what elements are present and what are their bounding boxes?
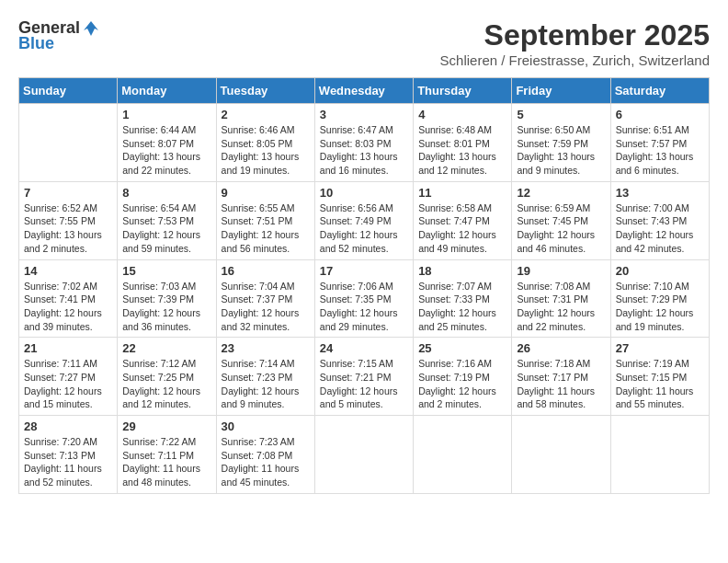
calendar-week-row: 7Sunrise: 6:52 AM Sunset: 7:55 PM Daylig… <box>19 181 710 259</box>
table-row <box>610 416 709 494</box>
table-row <box>314 416 413 494</box>
day-number: 21 <box>24 341 112 355</box>
logo-blue-text: Blue <box>18 34 54 53</box>
day-number: 13 <box>616 186 704 200</box>
day-info: Sunrise: 7:10 AM Sunset: 7:29 PM Dayligh… <box>616 280 704 334</box>
day-info: Sunrise: 7:03 AM Sunset: 7:39 PM Dayligh… <box>122 280 210 334</box>
day-number: 6 <box>616 108 704 121</box>
location-title: Schlieren / Freiestrasse, Zurich, Switze… <box>440 52 710 68</box>
day-number: 23 <box>222 341 310 355</box>
day-number: 25 <box>418 341 506 355</box>
day-info: Sunrise: 7:19 AM Sunset: 7:15 PM Dayligh… <box>616 357 704 411</box>
calendar-week-row: 1Sunrise: 6:44 AM Sunset: 8:07 PM Daylig… <box>19 104 710 182</box>
table-row: 1Sunrise: 6:44 AM Sunset: 8:07 PM Daylig… <box>118 104 216 182</box>
day-number: 2 <box>222 108 310 121</box>
table-row: 2Sunrise: 6:46 AM Sunset: 8:05 PM Daylig… <box>216 104 314 182</box>
table-row: 19Sunrise: 7:08 AM Sunset: 7:31 PM Dayli… <box>512 259 610 338</box>
table-row: 8Sunrise: 6:54 AM Sunset: 7:53 PM Daylig… <box>118 181 216 259</box>
day-number: 5 <box>517 108 605 121</box>
col-tuesday: Tuesday <box>216 78 314 104</box>
day-number: 26 <box>517 341 605 355</box>
day-number: 15 <box>122 264 210 278</box>
day-number: 12 <box>517 186 605 200</box>
table-row: 22Sunrise: 7:12 AM Sunset: 7:25 PM Dayli… <box>118 338 216 416</box>
day-number: 11 <box>418 186 506 200</box>
day-info: Sunrise: 6:48 AM Sunset: 8:01 PM Dayligh… <box>418 123 506 178</box>
calendar-week-row: 21Sunrise: 7:11 AM Sunset: 7:27 PM Dayli… <box>19 338 710 416</box>
calendar-week-row: 28Sunrise: 7:20 AM Sunset: 7:13 PM Dayli… <box>19 416 710 494</box>
day-number: 10 <box>320 186 408 200</box>
day-info: Sunrise: 6:55 AM Sunset: 7:51 PM Dayligh… <box>222 201 310 256</box>
col-saturday: Saturday <box>610 78 709 104</box>
day-info: Sunrise: 6:50 AM Sunset: 7:59 PM Dayligh… <box>517 123 605 178</box>
col-wednesday: Wednesday <box>314 78 413 104</box>
col-thursday: Thursday <box>414 78 512 104</box>
table-row: 6Sunrise: 6:51 AM Sunset: 7:57 PM Daylig… <box>610 104 709 182</box>
day-number: 22 <box>122 341 210 355</box>
table-row: 5Sunrise: 6:50 AM Sunset: 7:59 PM Daylig… <box>512 104 610 182</box>
day-number: 8 <box>122 186 210 200</box>
month-title: September 2025 <box>440 18 710 52</box>
day-info: Sunrise: 6:47 AM Sunset: 8:03 PM Dayligh… <box>320 123 408 178</box>
day-info: Sunrise: 6:51 AM Sunset: 7:57 PM Dayligh… <box>616 123 704 178</box>
day-info: Sunrise: 7:12 AM Sunset: 7:25 PM Dayligh… <box>122 357 210 411</box>
table-row: 10Sunrise: 6:56 AM Sunset: 7:49 PM Dayli… <box>314 181 413 259</box>
day-info: Sunrise: 7:22 AM Sunset: 7:11 PM Dayligh… <box>122 435 210 489</box>
table-row: 28Sunrise: 7:20 AM Sunset: 7:13 PM Dayli… <box>19 416 118 494</box>
table-row: 18Sunrise: 7:07 AM Sunset: 7:33 PM Dayli… <box>414 259 512 338</box>
day-number: 17 <box>320 264 408 278</box>
day-info: Sunrise: 7:14 AM Sunset: 7:23 PM Dayligh… <box>222 357 310 411</box>
table-row: 3Sunrise: 6:47 AM Sunset: 8:03 PM Daylig… <box>314 104 413 182</box>
day-info: Sunrise: 7:00 AM Sunset: 7:43 PM Dayligh… <box>616 201 704 256</box>
day-number: 18 <box>418 264 506 278</box>
day-info: Sunrise: 7:20 AM Sunset: 7:13 PM Dayligh… <box>24 435 112 489</box>
day-number: 24 <box>320 341 408 355</box>
table-row: 15Sunrise: 7:03 AM Sunset: 7:39 PM Dayli… <box>118 259 216 338</box>
day-number: 1 <box>122 108 210 121</box>
day-info: Sunrise: 7:23 AM Sunset: 7:08 PM Dayligh… <box>222 435 310 489</box>
day-info: Sunrise: 6:59 AM Sunset: 7:45 PM Dayligh… <box>517 201 605 256</box>
day-info: Sunrise: 7:07 AM Sunset: 7:33 PM Dayligh… <box>418 280 506 334</box>
table-row <box>19 104 118 182</box>
table-row: 27Sunrise: 7:19 AM Sunset: 7:15 PM Dayli… <box>610 338 709 416</box>
day-info: Sunrise: 6:54 AM Sunset: 7:53 PM Dayligh… <box>122 201 210 256</box>
table-row: 13Sunrise: 7:00 AM Sunset: 7:43 PM Dayli… <box>610 181 709 259</box>
day-info: Sunrise: 7:08 AM Sunset: 7:31 PM Dayligh… <box>517 280 605 334</box>
day-info: Sunrise: 7:06 AM Sunset: 7:35 PM Dayligh… <box>320 280 408 334</box>
col-friday: Friday <box>512 78 610 104</box>
calendar-week-row: 14Sunrise: 7:02 AM Sunset: 7:41 PM Dayli… <box>19 259 710 338</box>
day-number: 30 <box>222 419 310 433</box>
day-info: Sunrise: 7:15 AM Sunset: 7:21 PM Dayligh… <box>320 357 408 411</box>
table-row <box>414 416 512 494</box>
table-row: 20Sunrise: 7:10 AM Sunset: 7:29 PM Dayli… <box>610 259 709 338</box>
table-row: 17Sunrise: 7:06 AM Sunset: 7:35 PM Dayli… <box>314 259 413 338</box>
logo-bird-icon <box>82 19 100 38</box>
table-row: 9Sunrise: 6:55 AM Sunset: 7:51 PM Daylig… <box>216 181 314 259</box>
table-row: 21Sunrise: 7:11 AM Sunset: 7:27 PM Dayli… <box>19 338 118 416</box>
table-row: 29Sunrise: 7:22 AM Sunset: 7:11 PM Dayli… <box>118 416 216 494</box>
day-number: 28 <box>24 419 112 433</box>
table-row: 25Sunrise: 7:16 AM Sunset: 7:19 PM Dayli… <box>414 338 512 416</box>
day-info: Sunrise: 6:44 AM Sunset: 8:07 PM Dayligh… <box>122 123 210 178</box>
logo: General Blue <box>18 18 100 53</box>
day-number: 27 <box>616 341 704 355</box>
table-row: 7Sunrise: 6:52 AM Sunset: 7:55 PM Daylig… <box>19 181 118 259</box>
table-row: 12Sunrise: 6:59 AM Sunset: 7:45 PM Dayli… <box>512 181 610 259</box>
day-number: 20 <box>616 264 704 278</box>
day-info: Sunrise: 7:11 AM Sunset: 7:27 PM Dayligh… <box>24 357 112 411</box>
day-number: 19 <box>517 264 605 278</box>
svg-marker-0 <box>84 21 98 36</box>
col-monday: Monday <box>118 78 216 104</box>
day-info: Sunrise: 7:04 AM Sunset: 7:37 PM Dayligh… <box>222 280 310 334</box>
table-row: 14Sunrise: 7:02 AM Sunset: 7:41 PM Dayli… <box>19 259 118 338</box>
table-row: 11Sunrise: 6:58 AM Sunset: 7:47 PM Dayli… <box>414 181 512 259</box>
table-row: 16Sunrise: 7:04 AM Sunset: 7:37 PM Dayli… <box>216 259 314 338</box>
title-section: September 2025 Schlieren / Freiestrasse,… <box>440 18 710 68</box>
day-number: 4 <box>418 108 506 121</box>
day-info: Sunrise: 6:58 AM Sunset: 7:47 PM Dayligh… <box>418 201 506 256</box>
day-info: Sunrise: 6:46 AM Sunset: 8:05 PM Dayligh… <box>222 123 310 178</box>
day-number: 16 <box>222 264 310 278</box>
table-row: 26Sunrise: 7:18 AM Sunset: 7:17 PM Dayli… <box>512 338 610 416</box>
table-row <box>512 416 610 494</box>
day-number: 9 <box>222 186 310 200</box>
